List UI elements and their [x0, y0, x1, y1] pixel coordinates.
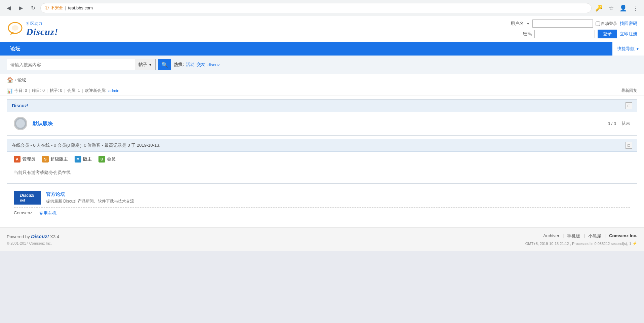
breadcrumb: 🏠 › 论坛 — [0, 74, 644, 86]
back-button[interactable]: ◀ — [4, 3, 13, 13]
breadcrumb-current: 论坛 — [17, 77, 26, 83]
comsenz-link[interactable]: Comsenz Inc. — [609, 233, 637, 239]
comsenz-label: Comsenz — [14, 210, 32, 216]
stats-icon: 📊 — [7, 88, 12, 94]
admin-label: 管理员 — [22, 156, 35, 162]
password-input[interactable] — [534, 30, 595, 38]
reload-button[interactable]: ↻ — [28, 3, 38, 13]
site-footer: Powered by Discuz! X3.4 Archiver | 手机版 |… — [0, 227, 644, 251]
key-button[interactable]: 🔑 — [594, 3, 604, 13]
logo-area: 社区动力 Discuz! — [7, 21, 58, 37]
stat-sep-4: | — [82, 88, 83, 93]
url-text: test.bbs.com — [68, 5, 93, 10]
role-admin: A 管理员 — [14, 156, 35, 163]
welcome-user-link[interactable]: admin — [108, 88, 119, 93]
discuz-section: Discuz! □ 默认版块 0 / 0 从未 — [7, 99, 637, 136]
hot-search-item-1[interactable]: 活动 — [186, 62, 195, 68]
section-header: Discuz! □ — [7, 100, 637, 112]
search-input[interactable] — [7, 59, 135, 70]
browser-menu-button[interactable]: ⋮ — [631, 3, 640, 13]
address-separator: | — [65, 5, 66, 10]
username-label: 用户名 — [511, 21, 524, 27]
official-forum-info: 官方论坛 提供最新 Discuz! 产品新闻、软件下载与技术交流 — [46, 191, 630, 204]
login-button[interactable]: 登录 — [598, 30, 617, 38]
links-section: Discuz!net 官方论坛 提供最新 Discuz! 产品新闻、软件下载与技… — [7, 183, 637, 224]
online-body: A 管理员 S 超级版主 M 版主 U 会员 当前只有游客或隐身会员在线 — [7, 152, 637, 180]
stat-sep-3: | — [64, 88, 65, 93]
page-content: 社区动力 Discuz! 用户名 ▼ 自动登录 找回密码 密码 登录 立即注册 — [0, 16, 644, 251]
yesterday-stat: 昨日: 0 — [32, 88, 44, 94]
collapse-icon: □ — [628, 103, 630, 108]
collapse-button[interactable]: □ — [626, 102, 632, 109]
breadcrumb-separator: › — [15, 77, 16, 82]
stat-sep-2: | — [47, 88, 48, 93]
mod-badge: M — [75, 156, 81, 163]
role-super-mod: S 超级版主 — [42, 156, 68, 163]
logo-text: Discuz!net — [20, 193, 35, 203]
address-bar[interactable]: ⓘ 不安全 | test.bbs.com — [40, 3, 592, 13]
online-section: 在线会员 - 0 人在线 - 0 会员(0 隐身), 0 位游客 - 最高记录是… — [7, 139, 637, 180]
hot-search-area: 热搜: 活动 交友 discuz — [174, 62, 220, 68]
online-collapse-button[interactable]: □ — [626, 142, 632, 149]
home-icon[interactable]: 🏠 — [7, 77, 13, 83]
svg-point-5 — [16, 119, 25, 128]
stat-sep-1: | — [29, 88, 30, 93]
official-forum-title[interactable]: 官方论坛 — [46, 191, 630, 198]
forward-button[interactable]: ▶ — [16, 3, 26, 13]
latest-reply-label: 最新回复 — [621, 88, 637, 94]
member-label: 会员 — [107, 156, 116, 162]
stats-bar: 📊 今日: 0 | 昨日: 0 | 帖子: 0 | 会员: 1 | 欢迎新会员:… — [0, 86, 644, 96]
auto-login-label[interactable]: 自动登录 — [596, 21, 617, 27]
hot-search-item-3[interactable]: discuz — [207, 62, 220, 67]
star-button[interactable]: ☆ — [606, 3, 616, 13]
welcome-label: 欢迎新会员: — [85, 88, 106, 94]
logo-text: 社区动力 Discuz! — [26, 21, 58, 37]
role-member: U 会员 — [98, 156, 116, 163]
search-type-button[interactable]: 帖子 ▼ — [135, 59, 155, 70]
search-button[interactable]: 🔍 — [158, 59, 171, 70]
super-mod-badge: S — [42, 156, 49, 163]
search-input-wrapper: 帖子 ▼ — [7, 59, 156, 70]
official-forum-row: Discuz!net 官方论坛 提供最新 Discuz! 产品新闻、软件下载与技… — [14, 188, 630, 208]
footer-powered: Powered by Discuz! X3.4 — [7, 234, 59, 239]
members-stat: 会员: 1 — [67, 88, 80, 94]
username-dropdown-icon: ▼ — [526, 22, 530, 26]
table-row: 默认版块 0 / 0 从未 — [7, 112, 637, 135]
mobile-link[interactable]: 手机版 — [567, 233, 580, 239]
username-input[interactable] — [532, 20, 593, 28]
posts-stat: 帖子: 0 — [50, 88, 62, 94]
profile-button[interactable]: 👤 — [618, 3, 628, 13]
super-mod-label: 超级版主 — [50, 156, 68, 162]
browser-chrome: ◀ ▶ ↻ ⓘ 不安全 | test.bbs.com 🔑 ☆ 👤 ⋮ — [0, 0, 644, 16]
blackhouse-link[interactable]: 小黑屋 — [588, 233, 601, 239]
password-label: 密码 — [523, 31, 532, 37]
today-stat: 今日: 0 — [14, 88, 27, 94]
role-list: A 管理员 S 超级版主 M 版主 U 会员 — [14, 156, 630, 166]
nav-forum-label[interactable]: 论坛 — [7, 46, 24, 52]
comsenz-host-link[interactable]: 专用主机 — [39, 210, 56, 216]
forum-name[interactable]: 默认版块 — [33, 120, 602, 127]
online-status-text: 当前只有游客或隐身会员在线 — [14, 166, 630, 176]
logo-subtitle: 社区动力 — [26, 21, 58, 27]
security-icon: ⓘ — [45, 5, 49, 11]
hot-search-item-2[interactable]: 交友 — [197, 62, 205, 68]
footer-bottom: © 2001-2017 Comsenz Inc. GMT+8, 2019-10-… — [7, 241, 637, 246]
forum-stats: 0 / 0 — [608, 121, 616, 126]
quick-nav-button[interactable]: 快捷导航 ▼ — [612, 42, 644, 56]
auto-login-checkbox[interactable] — [596, 22, 600, 26]
role-mod: M 版主 — [75, 156, 92, 163]
chevron-down-icon: ▼ — [149, 63, 152, 67]
speed-icon: ⚡ — [633, 241, 637, 246]
nav-bar: 论坛 快捷导航 ▼ — [0, 42, 644, 56]
footer-top: Powered by Discuz! X3.4 Archiver | 手机版 |… — [7, 233, 637, 239]
security-label: 不安全 — [51, 5, 63, 11]
chevron-down-icon: ▼ — [636, 47, 639, 51]
forum-last-post: 从未 — [621, 120, 630, 127]
archiver-link[interactable]: Archiver — [543, 233, 559, 239]
comsenz-host-row: Comsenz 专用主机 — [14, 208, 630, 219]
header-right: 用户名 ▼ 自动登录 找回密码 密码 登录 立即注册 — [511, 20, 637, 38]
username-row: 用户名 ▼ 自动登录 找回密码 — [511, 20, 637, 28]
logo-icon — [7, 21, 24, 37]
forgot-password-link[interactable]: 找回密码 — [620, 21, 637, 27]
register-link[interactable]: 立即注册 — [620, 31, 637, 37]
